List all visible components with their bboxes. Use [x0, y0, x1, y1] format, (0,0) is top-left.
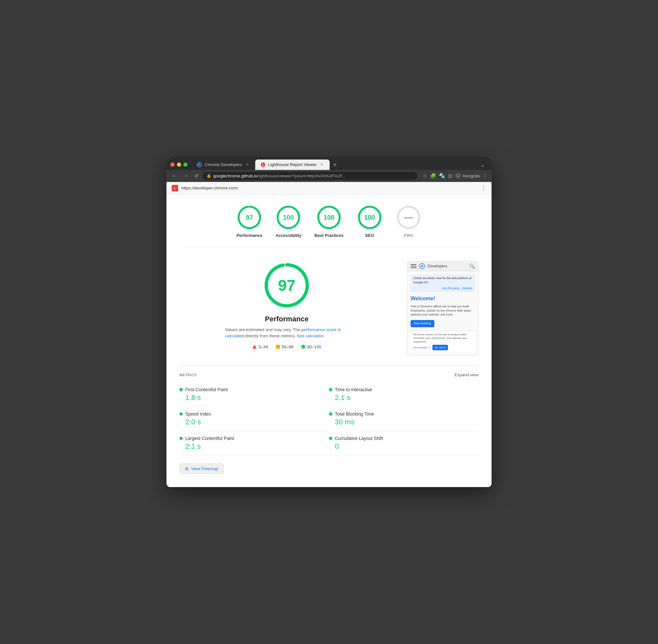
incognito-label: Incognito [463, 174, 480, 178]
tab-lighthouse[interactable]: L Lighthouse Report Viewer ✕ [255, 160, 330, 170]
svg-text:L: L [262, 163, 264, 167]
screenshot-header: Developers 🔍 [407, 261, 478, 271]
main-section: 97 Performance Values are estimated and … [179, 261, 479, 356]
score-accessibility[interactable]: 100 Accessibility [276, 204, 301, 238]
treemap-icon: ⊞ [185, 466, 189, 471]
hamburger-icon [411, 263, 416, 269]
screenshot-cookies: We serve cookies on this site to analyze… [411, 330, 475, 352]
lighthouse-favicon: L [260, 162, 266, 167]
metric-value-tbt: 30 ms [329, 418, 479, 426]
forward-button[interactable]: → [181, 172, 190, 180]
reload-button[interactable]: ↺ [193, 172, 200, 180]
scores-row: 97 Performance 100 Accessibility [179, 204, 479, 248]
tab-row: Chrome Developers ✕ L Lighthouse Report … [167, 157, 491, 170]
address-bar[interactable]: 🔒 googlechrome.github.io/lighthouse/view… [202, 172, 417, 180]
new-tab-button[interactable]: + [330, 160, 340, 170]
screenshot-banner: Check out what's new for the web platfor… [411, 275, 475, 293]
big-gauge: 97 Performance Values are estimated and … [179, 261, 394, 349]
close-button[interactable] [170, 162, 175, 167]
tab-close-lighthouse[interactable]: ✕ [319, 162, 325, 167]
svg-rect-24 [411, 268, 416, 268]
svg-point-1 [198, 164, 200, 166]
legend-green: 90–100 [301, 344, 321, 349]
screenshot-banner-actions: Join the party Dismiss [413, 286, 473, 291]
gauge-value-pwa: — [404, 212, 413, 223]
extension-icon[interactable]: 🧩 [430, 173, 436, 179]
dismiss-link[interactable]: Dismiss [462, 286, 473, 291]
incognito-badge: Incognito [455, 172, 480, 179]
chrome-small-icon [419, 263, 425, 269]
menu-dots[interactable]: ⋮ [482, 173, 488, 179]
score-pwa[interactable]: — PWA [396, 204, 422, 238]
chrome-favicon [197, 162, 202, 167]
treemap-label: View Treemap [191, 466, 218, 471]
expand-view-button[interactable]: Expand view [455, 372, 479, 377]
metric-dot-si [179, 412, 183, 416]
metric-value-fcp: 1.8 s [179, 393, 329, 402]
gauge-best-practices: 100 [316, 204, 342, 230]
score-label-performance: Performance [236, 233, 262, 238]
score-best-practices[interactable]: 100 Best Practices [314, 204, 344, 238]
tab-list: Chrome Developers ✕ L Lighthouse Report … [192, 160, 478, 170]
tab-close-chrome-dev[interactable]: ✕ [245, 162, 250, 167]
metric-dot-lcp [179, 437, 183, 440]
big-gauge-circle: 97 [262, 261, 311, 309]
tab-menu-button[interactable]: ⌄ [478, 160, 488, 169]
metric-dot-tbt [329, 412, 332, 416]
infobar-extension-icon: L [172, 185, 178, 191]
search-icon[interactable]: 🔍 [469, 263, 475, 269]
infobar-menu[interactable]: ⋮ [481, 185, 486, 192]
calculator-link[interactable]: See calculator. [297, 334, 325, 338]
performance-desc: Values are estimated and may vary. The p… [225, 326, 349, 339]
gauge-value-accessibility: 100 [283, 213, 294, 221]
minimize-button[interactable] [177, 162, 181, 167]
browser-window: Chrome Developers ✕ L Lighthouse Report … [167, 157, 491, 487]
screenshot-welcome: Welcome! [411, 295, 475, 302]
tab-label: Chrome Developers [204, 162, 242, 167]
screenshot-body: Check out what's new for the web platfor… [407, 271, 478, 356]
performance-left: 97 Performance Values are estimated and … [179, 261, 394, 356]
address-text: googlechrome.github.io/lighthouse/viewer… [213, 174, 346, 178]
svg-point-9 [457, 175, 459, 176]
screenshot-cta-btn[interactable]: Start building [411, 320, 434, 327]
address-actions: ☆ 🧩 🔩 ⊟ Incognito ⋮ [423, 172, 488, 179]
metric-value-si: 2.0 s [179, 418, 329, 426]
window-controls [170, 162, 188, 167]
gauge-seo: 100 [357, 204, 382, 230]
back-button[interactable]: ← [170, 172, 179, 180]
tab-chrome-developers[interactable]: Chrome Developers ✕ [192, 160, 255, 170]
score-performance[interactable]: 97 Performance [236, 204, 262, 238]
big-gauge-value: 97 [278, 276, 295, 294]
legend-orange: 50–89 [276, 344, 293, 349]
svg-line-4 [197, 165, 199, 166]
performance-title: Performance [265, 315, 309, 323]
legend-red: 0–49 [252, 344, 268, 349]
ok-button[interactable]: Ok, Got It [432, 345, 448, 350]
metric-si: Speed Index 2.0 s [179, 407, 329, 431]
metric-fcp: First Contentful Paint 1.8 s [179, 383, 329, 407]
score-label-best-practices: Best Practices [314, 233, 344, 238]
extension2-icon[interactable]: 🔩 [439, 173, 445, 179]
view-treemap-button[interactable]: ⊞ View Treemap [179, 463, 224, 474]
metric-lcp: Largest Contentful Paint 2.1 s [179, 431, 329, 456]
screenshot-body-text: This is Chrome's official site to help y… [411, 304, 475, 317]
main-content: 97 Performance 100 Accessibility [167, 194, 491, 487]
metric-name-fcp: First Contentful Paint [185, 387, 228, 392]
maximize-button[interactable] [183, 162, 188, 167]
join-link[interactable]: Join the party [442, 286, 459, 291]
metric-name-lcp: Largest Contentful Paint [185, 436, 234, 441]
more-details-link[interactable]: More details ↗ [413, 346, 431, 349]
gauge-value-performance: 97 [246, 213, 253, 221]
legend-square-icon [276, 345, 280, 349]
star-icon[interactable]: ☆ [423, 173, 427, 179]
gauge-performance: 97 [236, 204, 262, 230]
legend: 0–49 50–89 90–100 [252, 344, 321, 349]
address-row: ← → ↺ 🔒 googlechrome.github.io/lighthous… [167, 170, 491, 182]
tab-grid-icon[interactable]: ⊟ [448, 173, 452, 179]
metrics-header: METRICS Expand view [179, 372, 479, 377]
metric-dot-tti [329, 388, 332, 391]
metric-dot-fcp [179, 388, 183, 391]
svg-rect-22 [411, 264, 416, 265]
incognito-icon [455, 172, 461, 179]
score-seo[interactable]: 100 SEO [357, 204, 382, 238]
